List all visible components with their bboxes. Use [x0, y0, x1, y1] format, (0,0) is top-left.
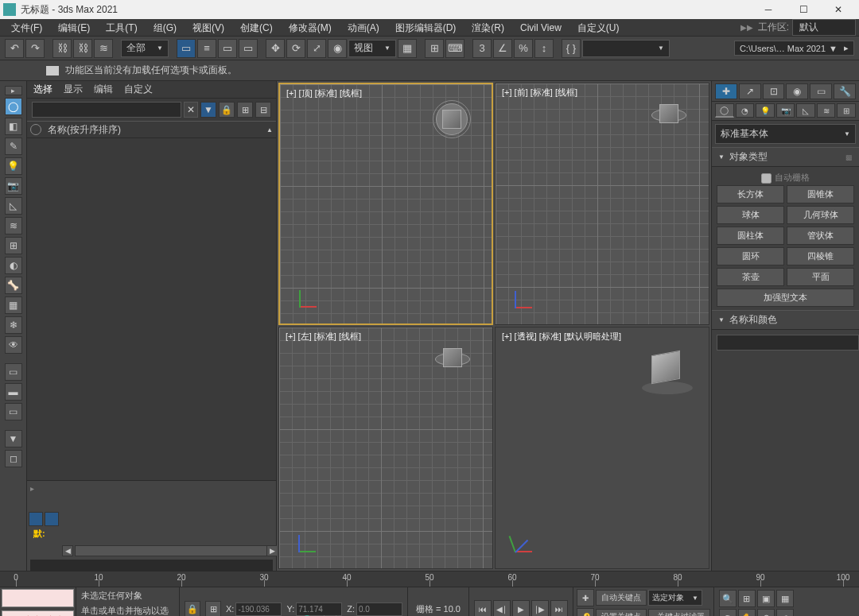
time-ruler[interactable]: 0102030405060708090100 — [0, 571, 859, 587]
time-slider-stub[interactable] — [75, 545, 268, 556]
cylinder-button[interactable]: 圆柱体 — [717, 227, 784, 245]
helpers-category[interactable]: ◺ — [796, 103, 815, 118]
lock-button[interactable]: 🔒 — [219, 102, 235, 118]
viewport-front[interactable]: [+] [前] [标准] [线框] — [495, 83, 709, 325]
named-selection-button[interactable]: { } — [562, 39, 581, 58]
tab-display[interactable]: 显示 — [64, 83, 83, 96]
spinner-snap-button[interactable]: ↕ — [534, 39, 554, 58]
pan-button[interactable]: ✋ — [738, 609, 756, 616]
cone-button[interactable]: 圆锥体 — [787, 185, 854, 203]
clear-search-button[interactable]: ✕ — [184, 102, 198, 118]
snaps-toggle-button[interactable]: 3 — [472, 39, 492, 58]
shapes-category[interactable]: ◔ — [736, 103, 755, 118]
scene-tree-body[interactable] — [27, 138, 276, 480]
display-toggle-1-icon[interactable]: ▭ — [5, 363, 22, 381]
viewcube-left[interactable] — [429, 339, 476, 386]
column-name-header[interactable]: 名称(按升序排序) — [48, 123, 260, 137]
ref-coord-dropdown[interactable]: 视图▼ — [348, 40, 396, 57]
filter-tag-icon[interactable]: ◻ — [5, 450, 22, 467]
manipulate-button[interactable]: ⊞ — [425, 39, 444, 58]
display-toggle-3-icon[interactable]: ▭ — [5, 403, 22, 420]
filter-spacewarps-icon[interactable]: ≋ — [5, 217, 22, 234]
filter-groups-icon[interactable]: ⊞ — [5, 237, 22, 254]
object-name-input[interactable] — [717, 335, 859, 351]
frame-box-label[interactable]: —从以下中读 — [2, 610, 74, 616]
workspace-selector[interactable]: 默认 — [792, 19, 856, 36]
motion-tab[interactable]: ◉ — [786, 83, 808, 99]
menu-edit[interactable]: 编辑(E) — [50, 19, 98, 37]
lock-selection-button[interactable]: 🔒 — [185, 601, 200, 616]
zoom-extents-all-button[interactable]: ▦ — [776, 590, 794, 607]
menu-group[interactable]: 组(G) — [146, 19, 185, 37]
filter-shapes-icon[interactable]: ✎ — [5, 138, 22, 155]
tab-select[interactable]: 选择 — [33, 83, 52, 96]
close-button[interactable]: ✕ — [821, 0, 856, 19]
lights-category[interactable]: 💡 — [756, 103, 775, 118]
viewport-left[interactable]: [+] [左] [标准] [线框] — [278, 327, 493, 569]
plane-button[interactable]: 平面 — [787, 268, 854, 286]
viewport-persp-label[interactable]: [+] [透视] [标准] [默认明暗处理] — [502, 331, 621, 343]
filter-lights-icon[interactable]: 💡 — [5, 157, 22, 175]
primitive-type-dropdown[interactable]: 标准基本体▼ — [715, 124, 856, 144]
move-button[interactable]: ✥ — [266, 39, 285, 58]
teapot-button[interactable]: 茶壶 — [717, 268, 784, 286]
link-button[interactable]: ⛓ — [52, 39, 72, 58]
modify-tab[interactable]: ↗ — [739, 83, 761, 99]
scene-list-header[interactable]: 名称(按升序排序) ▲ — [27, 121, 276, 138]
filter-xrefs-icon[interactable]: ◐ — [5, 257, 22, 274]
key-target-dropdown[interactable]: 选定对象▼ — [648, 590, 702, 606]
display-tab[interactable]: ▭ — [810, 83, 832, 99]
x-input[interactable] — [235, 602, 282, 616]
hierarchy-tab[interactable]: ⊡ — [763, 83, 785, 99]
tab-edit[interactable]: 编辑 — [94, 83, 113, 96]
orbit-button[interactable]: ⟲ — [757, 609, 775, 616]
select-object-button[interactable]: ▭ — [177, 39, 196, 58]
utilities-tab[interactable]: 🔧 — [834, 83, 856, 99]
filter-bone-icon[interactable]: 🦴 — [5, 277, 22, 294]
fov-button[interactable]: ◐ — [719, 609, 737, 616]
slider-left-button[interactable]: ◀ — [62, 545, 73, 556]
zoom-button[interactable]: 🔍 — [719, 590, 737, 607]
viewcube-persp[interactable] — [647, 350, 688, 391]
zoom-extents-button[interactable]: ▣ — [757, 590, 775, 607]
name-color-rollout-header[interactable]: ▼名称和颜色 — [712, 310, 859, 330]
filter-cameras-icon[interactable]: 📷 — [5, 177, 22, 195]
scene-search-input[interactable] — [32, 102, 181, 118]
track-bar-stub[interactable] — [30, 560, 273, 571]
percent-snap-button[interactable]: % — [514, 39, 533, 58]
filter-helpers-icon[interactable]: ◺ — [5, 197, 22, 215]
menu-view[interactable]: 视图(V) — [185, 19, 232, 37]
slider-right-button[interactable]: ▶ — [266, 545, 278, 556]
menu-create[interactable]: 创建(C) — [232, 19, 281, 37]
filter-container-icon[interactable]: ▦ — [5, 296, 22, 314]
angle-snap-button[interactable]: ∠ — [493, 39, 512, 58]
viewport-top[interactable]: [+] [顶] [标准] [线框] — [278, 83, 493, 325]
menu-grapheditor[interactable]: 图形编辑器(D) — [387, 19, 464, 37]
systems-category[interactable]: ⊞ — [837, 103, 856, 118]
redo-button[interactable]: ↷ — [25, 39, 45, 58]
named-selection-dropdown[interactable]: ▼ — [582, 40, 670, 57]
tube-button[interactable]: 管状体 — [787, 227, 854, 245]
layout-icon-2[interactable] — [45, 512, 59, 526]
set-key-icon-button[interactable]: ✚ — [577, 589, 594, 606]
placement-button[interactable]: ◉ — [328, 39, 347, 58]
tab-customize[interactable]: 自定义 — [124, 83, 153, 96]
frame-box-top[interactable] — [2, 589, 74, 607]
menu-render[interactable]: 渲染(R) — [464, 19, 512, 37]
view-mode-2-button[interactable]: ⊟ — [255, 102, 271, 118]
filter-geometry-icon[interactable]: ◧ — [5, 118, 22, 135]
sphere-button[interactable]: 球体 — [717, 206, 784, 224]
torus-button[interactable]: 圆环 — [717, 247, 784, 265]
geometry-category[interactable]: ◯ — [715, 103, 734, 118]
window-crossing-button[interactable]: ▭ — [239, 39, 258, 58]
auto-key-button[interactable]: 自动关键点 — [596, 590, 647, 606]
pivot-center-button[interactable]: ▦ — [398, 39, 417, 58]
selection-filter-dropdown[interactable]: 全部▼ — [121, 40, 169, 57]
filter-funnel-icon[interactable]: ▼ — [5, 430, 22, 447]
abs-rel-button[interactable]: ⊞ — [205, 601, 221, 616]
view-mode-1-button[interactable]: ⊞ — [237, 102, 253, 118]
filter-all-icon[interactable]: ◯ — [5, 98, 22, 115]
bind-spacewarp-button[interactable]: ≋ — [94, 39, 113, 58]
viewcube-top[interactable] — [428, 95, 476, 143]
undo-button[interactable]: ↶ — [5, 39, 24, 58]
